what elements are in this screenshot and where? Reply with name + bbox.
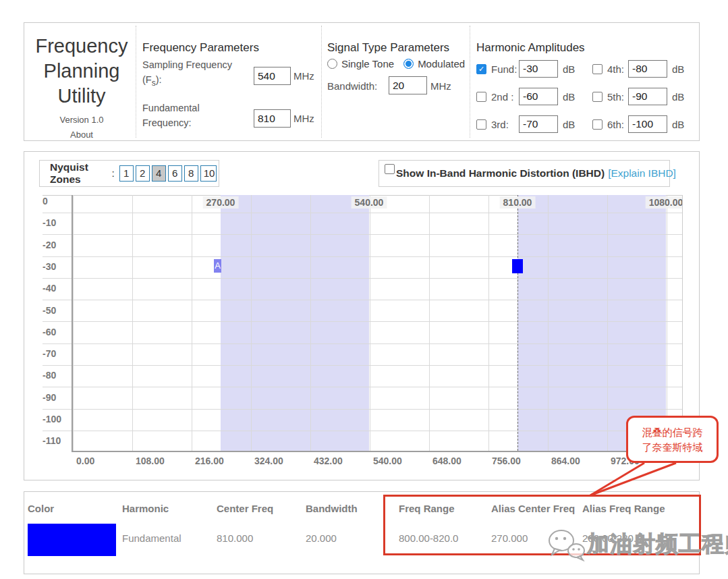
callout-text-line1: 混叠的信号跨 xyxy=(630,425,715,440)
x-tick: 756.00 xyxy=(492,456,521,466)
3rd-checkbox[interactable] xyxy=(476,119,486,130)
fundamental-frequency-unit: MHz xyxy=(293,113,314,124)
harmonic-amplitudes-heading: Harmonic Amplitudes xyxy=(476,41,585,55)
single-tone-radio[interactable] xyxy=(327,59,337,69)
4th-checkbox[interactable] xyxy=(592,64,603,74)
explain-ibhd-link[interactable]: [Explain IBHD] xyxy=(608,167,676,180)
nyquist-boundary-label: 1080.00 xyxy=(646,196,682,209)
fund-label: Fund: xyxy=(491,63,519,75)
3rd-amplitude-input[interactable] xyxy=(519,115,558,133)
chart-panel: Nyquist Zones : 1 2 4 6 8 10 Show In-Ban… xyxy=(24,151,700,480)
table-header-color: Color xyxy=(28,503,54,514)
fund-amplitude-input[interactable] xyxy=(519,60,558,78)
app-title: Frequency xyxy=(31,34,132,59)
sampling-frequency-input[interactable] xyxy=(254,67,291,85)
fund-checkbox[interactable]: ✓ xyxy=(476,64,486,74)
nyquist-zones-colon: : xyxy=(111,167,114,180)
fundamental-frequency-input[interactable] xyxy=(254,109,291,128)
table-header-bandwidth: Bandwidth xyxy=(306,503,358,514)
5th-checkbox[interactable] xyxy=(592,92,603,102)
nyquist-zone-button-4[interactable]: 4 xyxy=(152,165,166,182)
6th-label: 6th: xyxy=(607,119,628,130)
table-header-center-freq: Center Freq xyxy=(217,503,273,514)
nyquist-zones-label: Nyquist Zones xyxy=(50,161,111,186)
x-tick: 108.00 xyxy=(136,456,165,466)
about-link[interactable]: About xyxy=(31,130,132,140)
app-title: Planning xyxy=(31,59,132,84)
4th-amplitude-input[interactable] xyxy=(628,60,667,78)
2nd-amplitude-input[interactable] xyxy=(519,88,558,105)
annotation-callout-bubble: 混叠的信号跨 了奈奎斯特域 xyxy=(626,416,719,463)
plot-area: 270.00 540.00 810.00 1080.00 A xyxy=(73,195,682,451)
fundamental-frequency-label2: Frequency: xyxy=(142,117,192,128)
harmonic-row-5th: 5th: dB xyxy=(592,88,684,105)
harmonic-row-3rd: 3rd: dB xyxy=(476,115,575,133)
section-divider xyxy=(136,26,136,138)
watermark: 加油射频工程师 xyxy=(545,526,728,561)
nyquist-zone-button-8[interactable]: 8 xyxy=(184,165,198,182)
ibhd-checkbox[interactable] xyxy=(385,164,395,174)
app-title-block: Frequency Planning Utility Version 1.0 A… xyxy=(31,34,132,140)
modulated-label: Modulated xyxy=(418,58,465,70)
2nd-checkbox[interactable] xyxy=(476,92,486,102)
y-tick: -110 xyxy=(43,435,61,446)
6th-unit: dB xyxy=(672,119,684,130)
signal-type-heading: Signal Type Parameters xyxy=(327,41,449,55)
table-header-harmonic: Harmonic xyxy=(122,503,169,514)
fundamental-signal-marker xyxy=(512,259,523,273)
section-divider xyxy=(321,26,322,138)
harmonic-row-fund: ✓ Fund: dB xyxy=(476,60,575,78)
nyquist-zone-button-6[interactable]: 6 xyxy=(168,165,182,182)
y-tick: 0 xyxy=(43,196,48,206)
4th-label: 4th: xyxy=(607,63,628,75)
nyquist-boundary-label: 540.00 xyxy=(352,196,387,209)
bandwidth-label: Bandwidth: xyxy=(327,80,377,92)
watermark-text: 加油射频工程师 xyxy=(587,529,728,559)
bandwidth-unit: MHz xyxy=(430,80,451,92)
fund-unit: dB xyxy=(563,63,575,75)
nyquist-boundary-label: 270.00 xyxy=(203,196,239,209)
harmonic-row-2nd: 2nd : dB xyxy=(476,88,575,105)
frequency-parameters-heading: Frequency Parameters xyxy=(142,41,259,55)
5th-amplitude-input[interactable] xyxy=(628,88,667,105)
frequency-planning-utility-app: Frequency Planning Utility Version 1.0 A… xyxy=(0,0,728,579)
nyquist-zones-bar: Nyquist Zones : 1 2 4 6 8 10 xyxy=(39,160,219,187)
signal-type-radio-group: Single Tone Modulated xyxy=(327,58,465,70)
6th-amplitude-input[interactable] xyxy=(628,115,667,133)
6th-checkbox[interactable] xyxy=(592,119,603,130)
table-cell-center-freq: 810.000 xyxy=(217,532,253,544)
x-tick: 324.00 xyxy=(254,456,283,466)
sampling-frequency-label: Sampling Frequency xyxy=(142,59,232,70)
x-tick: 648.00 xyxy=(432,456,461,466)
fundamental-frequency-label: Fundamental xyxy=(142,103,200,113)
x-tick: 540.00 xyxy=(373,456,402,466)
5th-label: 5th: xyxy=(607,91,628,103)
ibhd-bar: Show In-Band Harmonic Distortion (IBHD) … xyxy=(379,160,670,187)
version-label: Version 1.0 xyxy=(31,115,132,125)
3rd-label: 3rd: xyxy=(491,119,519,130)
x-tick: 864.00 xyxy=(551,456,580,466)
bandwidth-input[interactable] xyxy=(389,76,427,94)
4th-unit: dB xyxy=(672,63,684,75)
sampling-frequency-fs-label: (Fs): xyxy=(142,74,162,88)
check-icon: ✓ xyxy=(478,65,484,73)
x-axis-line xyxy=(72,451,683,452)
x-tick: 432.00 xyxy=(314,456,343,466)
table-cell-bandwidth: 20.000 xyxy=(306,532,337,544)
horizontal-gridlines xyxy=(73,213,682,451)
parameters-panel: Frequency Planning Utility Version 1.0 A… xyxy=(24,22,700,141)
5th-unit: dB xyxy=(672,91,684,103)
sampling-frequency-unit: MHz xyxy=(293,70,314,82)
nyquist-zone-button-2[interactable]: 2 xyxy=(136,165,150,182)
2nd-label: 2nd : xyxy=(491,91,519,103)
modulated-radio[interactable] xyxy=(403,59,414,69)
3rd-unit: dB xyxy=(563,119,575,130)
harmonic-row-4th: 4th: dB xyxy=(592,60,684,78)
harmonic-row-6th: 6th: dB xyxy=(592,115,684,133)
callout-text-line2: 了奈奎斯特域 xyxy=(630,440,715,455)
fundamental-center-dashed-line xyxy=(517,195,518,451)
nyquist-zone-button-10[interactable]: 10 xyxy=(200,165,217,182)
section-divider xyxy=(470,26,470,138)
alias-signal-marker: A xyxy=(214,259,221,273)
nyquist-zone-button-1[interactable]: 1 xyxy=(119,165,134,182)
